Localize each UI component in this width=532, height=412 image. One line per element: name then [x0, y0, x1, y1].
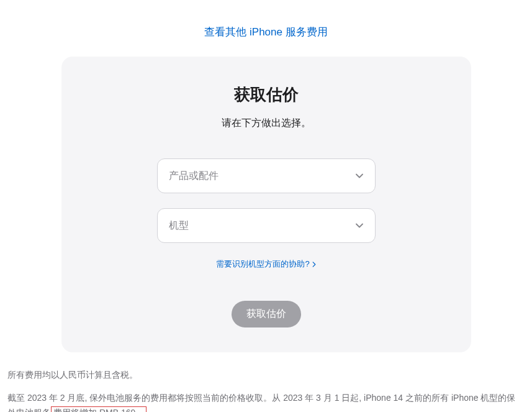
footnote-price-change: 截至 2023 年 2 月底, 保外电池服务的费用都将按照当前的价格收取。从 2…	[7, 390, 524, 413]
product-select[interactable]: 产品或配件	[157, 158, 376, 193]
get-estimate-button[interactable]: 获取估价	[232, 301, 301, 327]
card-subtitle: 请在下方做出选择。	[92, 117, 440, 130]
footnote-currency: 所有费用均以人民币计算且含税。	[7, 367, 524, 383]
price-increase-highlight: 费用将增加 RMB 169。	[51, 406, 147, 412]
other-services-link[interactable]: 查看其他 iPhone 服务费用	[204, 26, 327, 38]
estimate-card: 获取估价 请在下方做出选择。 产品或配件 机型 需要识别机型方面的协助? 获取估…	[61, 57, 471, 352]
model-select-placeholder: 机型	[169, 219, 189, 232]
product-select-placeholder: 产品或配件	[169, 170, 219, 183]
identify-model-help-link[interactable]: 需要识别机型方面的协助?	[216, 259, 315, 270]
card-title: 获取估价	[92, 84, 440, 106]
chevron-right-icon	[312, 262, 316, 267]
help-link-label: 需要识别机型方面的协助?	[216, 259, 309, 270]
chevron-down-icon	[355, 172, 364, 180]
chevron-down-icon	[355, 221, 364, 230]
footnotes: 所有费用均以人民币计算且含税。 截至 2023 年 2 月底, 保外电池服务的费…	[7, 367, 524, 412]
model-select[interactable]: 机型	[157, 208, 376, 243]
